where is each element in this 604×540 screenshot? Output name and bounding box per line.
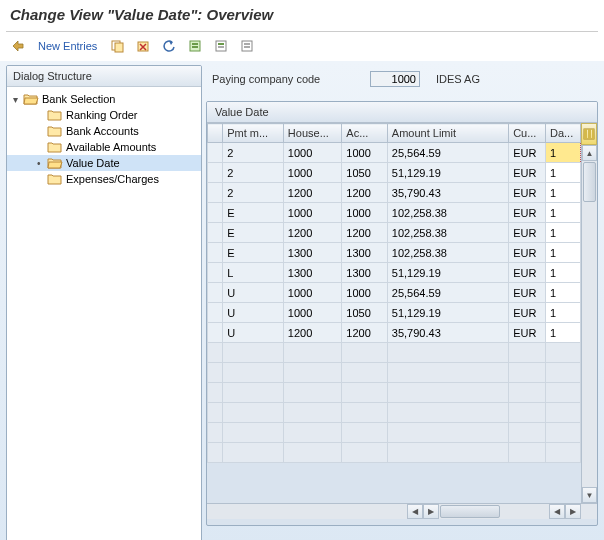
cell-pmt[interactable]: 2 [223,183,284,203]
cell-house[interactable]: 1300 [283,243,342,263]
table-settings-icon[interactable] [581,123,597,145]
cell-days[interactable]: 1 [546,143,581,163]
cell-days[interactable]: 1 [546,183,581,203]
cell-pmt[interactable]: E [223,203,284,223]
col-currency[interactable]: Cu... [509,124,546,143]
cell-empty[interactable] [342,443,388,463]
cell-empty[interactable] [546,383,581,403]
cell-house[interactable]: 1000 [283,303,342,323]
cell-empty[interactable] [342,403,388,423]
cell-days[interactable]: 1 [546,323,581,343]
table-row-empty[interactable] [208,363,581,383]
cell-empty[interactable] [208,343,223,363]
cell-empty[interactable] [283,423,342,443]
cell-empty[interactable] [546,423,581,443]
table-row[interactable]: E10001000102,258.38EUR1 [208,203,581,223]
cell-pmt[interactable]: U [223,283,284,303]
cell-amt[interactable]: 51,129.19 [387,163,508,183]
cell-acc[interactable]: 1000 [342,203,388,223]
cell-empty[interactable] [208,423,223,443]
table-row[interactable]: U1000105051,129.19EUR1 [208,303,581,323]
cell-empty[interactable] [223,423,284,443]
cell-cur[interactable]: EUR [509,203,546,223]
cell-house[interactable]: 1200 [283,183,342,203]
cell-amt[interactable]: 25,564.59 [387,143,508,163]
cell-empty[interactable] [223,383,284,403]
tree-item-available-amounts[interactable]: Available Amounts [7,139,201,155]
tree-item-value-date[interactable]: • Value Date [7,155,201,171]
cell-empty[interactable] [387,443,508,463]
table-row[interactable]: U1000100025,564.59EUR1 [208,283,581,303]
scroll-left-icon[interactable]: ◀ [407,504,423,519]
scroll-up-icon[interactable]: ▲ [582,145,597,161]
cell-pmt[interactable]: E [223,243,284,263]
table-row-empty[interactable] [208,403,581,423]
cell-cur[interactable]: EUR [509,163,546,183]
cell-amt[interactable]: 51,129.19 [387,263,508,283]
tree-root-bank-selection[interactable]: ▾ Bank Selection [7,91,201,107]
cell-cur[interactable]: EUR [509,303,546,323]
cell-pmt[interactable]: 2 [223,163,284,183]
cell-days[interactable]: 1 [546,223,581,243]
cell-acc[interactable]: 1200 [342,223,388,243]
row-handle[interactable] [208,163,223,183]
cell-acc[interactable]: 1200 [342,323,388,343]
cell-days[interactable]: 1 [546,163,581,183]
cell-empty[interactable] [223,343,284,363]
col-house-bank[interactable]: House... [283,124,342,143]
table-row[interactable]: 21200120035,790.43EUR1 [208,183,581,203]
cell-empty[interactable] [387,363,508,383]
cell-empty[interactable] [223,363,284,383]
cell-empty[interactable] [223,443,284,463]
table-row[interactable]: E12001200102,258.38EUR1 [208,223,581,243]
cell-pmt[interactable]: U [223,323,284,343]
tree-item-bank-accounts[interactable]: Bank Accounts [7,123,201,139]
cell-empty[interactable] [283,363,342,383]
cell-pmt[interactable]: E [223,223,284,243]
cell-empty[interactable] [509,383,546,403]
cell-empty[interactable] [509,423,546,443]
cell-days[interactable]: 1 [546,263,581,283]
row-handle[interactable] [208,323,223,343]
cell-empty[interactable] [342,423,388,443]
scroll-right-icon[interactable]: ▶ [423,504,439,519]
row-handle[interactable] [208,283,223,303]
col-amount-limit[interactable]: Amount Limit [387,124,508,143]
scroll-left-icon-2[interactable]: ◀ [549,504,565,519]
cell-empty[interactable] [387,383,508,403]
cell-cur[interactable]: EUR [509,323,546,343]
table-row[interactable]: U1200120035,790.43EUR1 [208,323,581,343]
col-days[interactable]: Da... [546,124,581,143]
cell-acc[interactable]: 1050 [342,303,388,323]
row-handle[interactable] [208,303,223,323]
cell-empty[interactable] [509,363,546,383]
cell-empty[interactable] [387,403,508,423]
cell-days[interactable]: 1 [546,203,581,223]
cell-empty[interactable] [387,343,508,363]
tree-item-expenses-charges[interactable]: Expenses/Charges [7,171,201,187]
cell-amt[interactable]: 102,258.38 [387,243,508,263]
delete-icon[interactable] [133,37,153,55]
scroll-track[interactable] [439,504,489,519]
cell-cur[interactable]: EUR [509,243,546,263]
cell-acc[interactable]: 1050 [342,163,388,183]
paying-company-code-input[interactable] [370,71,420,87]
cell-empty[interactable] [546,363,581,383]
table-row[interactable]: 21000105051,129.19EUR1 [208,163,581,183]
cell-acc[interactable]: 1300 [342,263,388,283]
col-account[interactable]: Ac... [342,124,388,143]
row-handle[interactable] [208,183,223,203]
row-handle[interactable] [208,243,223,263]
cell-cur[interactable]: EUR [509,263,546,283]
scroll-down-icon[interactable]: ▼ [582,487,597,503]
cell-empty[interactable] [283,343,342,363]
undo-icon[interactable] [159,37,179,55]
cell-pmt[interactable]: 2 [223,143,284,163]
cell-empty[interactable] [208,363,223,383]
table-row[interactable]: L1300130051,129.19EUR1 [208,263,581,283]
vertical-scrollbar[interactable]: ▲ ▼ [581,145,597,503]
cell-empty[interactable] [509,343,546,363]
cell-days[interactable]: 1 [546,303,581,323]
cell-amt[interactable]: 35,790.43 [387,183,508,203]
cell-house[interactable]: 1000 [283,203,342,223]
